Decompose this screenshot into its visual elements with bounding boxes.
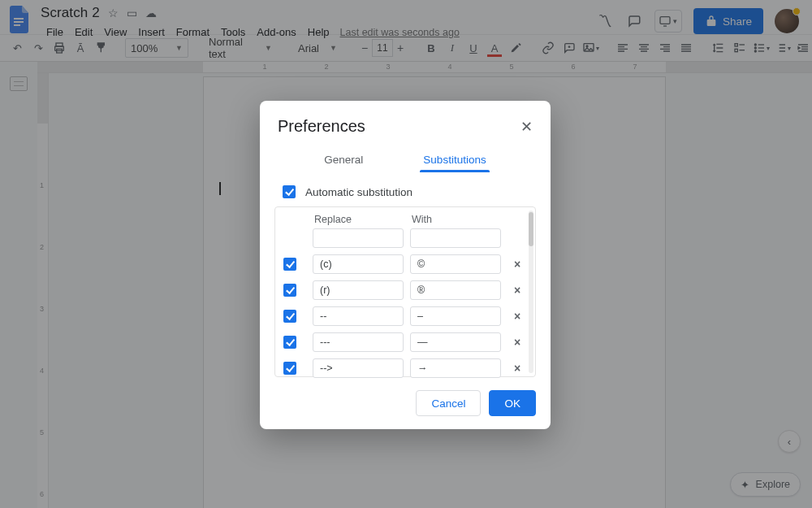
scrollbar[interactable] bbox=[529, 211, 533, 373]
row-checkbox[interactable] bbox=[283, 310, 296, 323]
substitution-row: × bbox=[275, 277, 535, 303]
ok-button[interactable]: OK bbox=[489, 390, 536, 416]
new-with-input[interactable] bbox=[410, 228, 501, 248]
replace-input[interactable] bbox=[313, 306, 404, 326]
row-checkbox[interactable] bbox=[283, 284, 296, 297]
substitutions-table: Replace With × bbox=[274, 206, 536, 377]
tab-substitutions[interactable]: Substitutions bbox=[421, 147, 487, 174]
automatic-substitution-checkbox[interactable] bbox=[283, 185, 296, 198]
dialog-title: Preferences bbox=[278, 117, 365, 136]
column-replace-header: Replace bbox=[313, 214, 404, 225]
replace-input[interactable] bbox=[313, 254, 404, 274]
tab-general[interactable]: General bbox=[322, 147, 365, 174]
delete-row-button[interactable]: × bbox=[508, 362, 527, 375]
column-with-header: With bbox=[410, 214, 501, 225]
replace-input[interactable] bbox=[313, 358, 404, 378]
substitution-row: × bbox=[275, 303, 535, 329]
delete-row-button[interactable]: × bbox=[508, 284, 527, 297]
with-input[interactable] bbox=[410, 254, 501, 274]
with-input[interactable] bbox=[410, 358, 501, 378]
row-checkbox[interactable] bbox=[283, 336, 296, 349]
row-checkbox[interactable] bbox=[283, 258, 296, 271]
replace-input[interactable] bbox=[313, 280, 404, 300]
substitution-row: × bbox=[275, 329, 535, 355]
delete-row-button[interactable]: × bbox=[508, 310, 527, 323]
with-input[interactable] bbox=[410, 306, 501, 326]
delete-row-button[interactable]: × bbox=[508, 336, 527, 349]
replace-input[interactable] bbox=[313, 332, 404, 352]
with-input[interactable] bbox=[410, 280, 501, 300]
new-replace-input[interactable] bbox=[313, 228, 404, 248]
row-checkbox[interactable] bbox=[283, 362, 296, 375]
delete-row-button[interactable]: × bbox=[508, 258, 527, 271]
cancel-button[interactable]: Cancel bbox=[416, 390, 481, 416]
dialog-close-button[interactable]: ✕ bbox=[520, 119, 533, 134]
preferences-dialog: Preferences ✕ General Substitutions Auto… bbox=[260, 101, 551, 429]
with-input[interactable] bbox=[410, 332, 501, 352]
automatic-substitution-label: Automatic substitution bbox=[305, 186, 412, 198]
substitution-row: × bbox=[275, 355, 535, 381]
substitution-row: × bbox=[275, 251, 535, 277]
